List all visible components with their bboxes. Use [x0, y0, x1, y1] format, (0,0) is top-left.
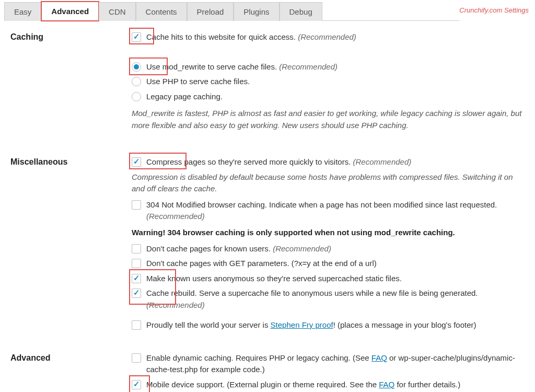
tab-cdn[interactable]: CDN	[99, 2, 136, 21]
watermark-label: Crunchify.com Settings	[459, 0, 529, 14]
label-mobile: Mobile device support. (External plugin …	[146, 379, 525, 391]
label-dynamic: Enable dynamic caching. Requires PHP or …	[146, 352, 525, 376]
tab-easy[interactable]: Easy	[4, 2, 41, 21]
tab-contents[interactable]: Contents	[136, 2, 187, 21]
warning-304: Warning! 304 browser caching is only sup…	[132, 228, 525, 237]
checkbox-known-users[interactable]	[132, 244, 141, 253]
label-304: 304 Not Modified browser caching. Indica…	[146, 199, 525, 223]
label-proud: Proudly tell the world your server is St…	[146, 319, 525, 331]
desc-compress: Compression is disabled by default becau…	[132, 171, 525, 195]
section-title-advanced: Advanced	[10, 352, 132, 363]
checkbox-cache-hits[interactable]	[132, 32, 141, 42]
label-cache-hits: Cache hits to this website for quick acc…	[146, 31, 525, 43]
label-anon: Make known users anonymous so they're se…	[146, 273, 525, 285]
label-mod-rewrite: Use mod_rewrite to serve cache files. (R…	[146, 61, 525, 73]
tab-bar: Easy Advanced CDN Contents Preload Plugi…	[4, 0, 459, 21]
checkbox-rebuild[interactable]	[132, 289, 141, 298]
label-get-params: Don't cache pages with GET parameters. (…	[146, 258, 525, 270]
tab-debug[interactable]: Debug	[280, 2, 322, 21]
section-misc: Miscellaneous Compress pages so they're …	[10, 156, 525, 337]
checkbox-compress[interactable]	[132, 157, 141, 167]
tab-preload[interactable]: Preload	[187, 2, 234, 21]
section-title-caching: Caching	[10, 31, 132, 42]
link-stephen-fry[interactable]: Stephen Fry proof	[271, 320, 333, 329]
label-known-users: Don't cache pages for known users. (Reco…	[146, 243, 525, 255]
label-rebuild: Cache rebuild. Serve a supercache file t…	[146, 287, 525, 311]
label-compress: Compress pages so they're served more qu…	[146, 156, 525, 168]
label-legacy: Legacy page caching.	[146, 91, 525, 103]
link-faq-mobile[interactable]: FAQ	[379, 380, 394, 389]
link-faq-dynamic[interactable]: FAQ	[371, 353, 387, 362]
label-php: Use PHP to serve cache files.	[146, 76, 525, 88]
checkbox-proud[interactable]	[132, 320, 141, 330]
radio-legacy[interactable]	[132, 92, 141, 101]
checkbox-mobile[interactable]	[132, 380, 141, 389]
checkbox-dynamic[interactable]	[132, 353, 141, 363]
section-caching: Caching Cache hits to this website for q…	[10, 31, 525, 141]
checkbox-anon[interactable]	[132, 274, 141, 283]
tab-advanced[interactable]: Advanced	[41, 2, 99, 21]
desc-caching: Mod_rewrite is fastest, PHP is almost as…	[132, 108, 525, 131]
radio-mod-rewrite[interactable]	[132, 62, 141, 72]
checkbox-304[interactable]	[132, 200, 141, 210]
section-advanced: Advanced Enable dynamic caching. Require…	[10, 352, 525, 393]
section-title-misc: Miscellaneous	[10, 156, 132, 167]
tab-plugins[interactable]: Plugins	[234, 2, 279, 21]
radio-php[interactable]	[132, 77, 141, 86]
checkbox-get-params[interactable]	[132, 259, 141, 268]
